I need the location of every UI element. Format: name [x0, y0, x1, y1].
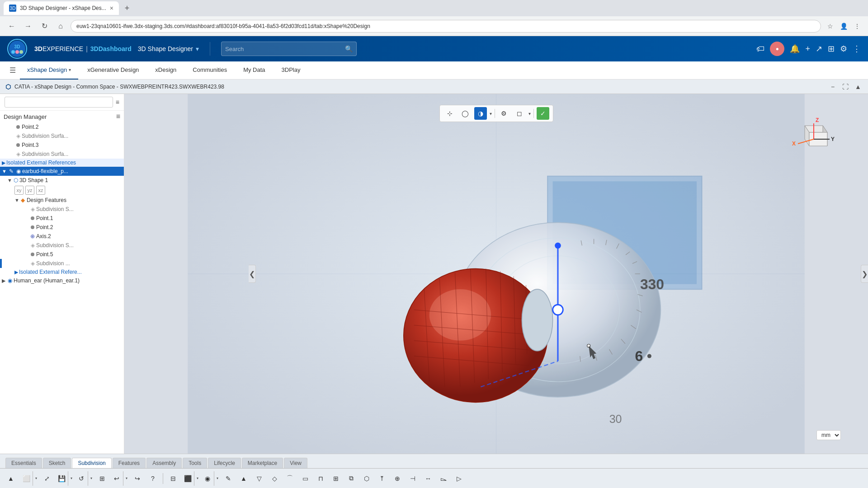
minimize-title-btn[interactable]: − — [828, 82, 837, 91]
toolbar-curve-btn[interactable]: ⌒ — [283, 471, 297, 486]
new-tab-button[interactable]: + — [121, 2, 133, 14]
add-icon[interactable]: + — [805, 44, 810, 54]
tree-item-isolated-inner[interactable]: ▶ Isolated External Refere... — [0, 268, 124, 276]
tab-close-button[interactable]: × — [110, 5, 113, 12]
toolbar-redo-btn[interactable]: ↪ — [130, 471, 145, 486]
tree-item-isolated-ext-ref[interactable]: ▶ Isolated External References — [0, 159, 124, 167]
toolbar-selector-btn[interactable]: ▷ — [452, 471, 466, 486]
vp-check-button[interactable]: ✓ — [537, 107, 549, 120]
3d-model-viewport[interactable]: 330 6 30 — [124, 94, 868, 454]
toolbar-box-dropdown[interactable]: ⬛ ▾ — [181, 471, 200, 486]
undo-dropdown-arrow[interactable]: ▾ — [123, 471, 129, 486]
tab-lifecycle[interactable]: Lifecycle — [208, 458, 241, 468]
tab-view[interactable]: View — [284, 458, 307, 468]
design-manager-options[interactable]: ≡ — [116, 113, 120, 121]
refresh-button[interactable]: ↻ — [38, 20, 51, 33]
tab-subdivision[interactable]: Subdivision — [72, 458, 111, 468]
network-icon[interactable]: ⊞ — [828, 44, 835, 54]
cube-icon[interactable]: ⬜ — [20, 471, 33, 486]
tree-item-point2[interactable]: Point.2 — [0, 122, 124, 131]
toolbar-grid2-btn[interactable]: ⊟ — [166, 471, 180, 486]
back-button[interactable]: ← — [5, 20, 18, 33]
nav-item-3dplay[interactable]: 3DPlay — [274, 61, 308, 80]
tools-icon[interactable]: ⚙ — [840, 44, 847, 54]
sphere-dropdown-arrow[interactable]: ▾ — [214, 471, 220, 486]
more-options-icon[interactable]: ⋮ — [853, 44, 861, 54]
toolbar-save-dropdown[interactable]: 💾 ▾ — [55, 471, 74, 486]
vp-display-chevron[interactable]: ▾ — [490, 111, 492, 116]
tree-item-subdiv-s1[interactable]: ◈ Subdivision S... — [0, 205, 124, 214]
tree-item-point2-inner[interactable]: Point.2 — [0, 223, 124, 232]
tree-item-design-features[interactable]: ▼ ◆ Design Features — [0, 196, 124, 205]
toolbar-sphere-dropdown[interactable]: ◉ ▾ — [201, 471, 220, 486]
sphere-icon[interactable]: ◉ — [201, 471, 214, 486]
vp-cursor-tool[interactable]: ⊹ — [443, 107, 456, 120]
toolbar-cube-dropdown[interactable]: ⬜ ▾ — [20, 471, 39, 486]
toolbar-box4-btn[interactable]: ⬡ — [359, 471, 374, 486]
tab-marketplace[interactable]: Marketplace — [242, 458, 283, 468]
sync-icon[interactable]: ↺ — [75, 471, 88, 486]
toolbar-sync-dropdown[interactable]: ↺ ▾ — [75, 471, 94, 486]
user-avatar[interactable]: ● — [770, 42, 784, 56]
vp-shape-chevron[interactable]: ▾ — [528, 111, 531, 116]
tree-item-axis2[interactable]: ⊕ Axis.2 — [0, 232, 124, 241]
toolbar-lasso-btn[interactable]: ⊓ — [313, 471, 328, 486]
nav-item-my-data[interactable]: My Data — [236, 61, 272, 80]
vp-settings-tool[interactable]: ⚙ — [498, 107, 510, 120]
expand-title-btn[interactable]: ▲ — [854, 82, 863, 91]
toolbar-box3-btn[interactable]: ⧉ — [344, 471, 359, 486]
profile-button[interactable]: 👤 — [838, 21, 849, 32]
toolbar-extrude-btn[interactable]: ⤒ — [375, 471, 389, 486]
tree-item-subdiv1[interactable]: ◈ Subdivision Surfa... — [0, 131, 124, 141]
tab-essentials[interactable]: Essentials — [5, 458, 42, 468]
tree-item-point3[interactable]: Point.3 — [0, 141, 124, 150]
tree-item-point5[interactable]: Point.5 — [0, 250, 124, 259]
address-bar[interactable]: euw1-23qna10601-ifwe.3dx-staging.3ds.com… — [71, 20, 821, 33]
tree-item-subdiv-s2[interactable]: ◈ Subdivision S... — [0, 241, 124, 250]
app-chevron[interactable]: ▾ — [196, 45, 199, 52]
save-icon[interactable]: 💾 — [55, 471, 68, 486]
search-box[interactable]: 🔍 — [221, 42, 357, 56]
hamburger-menu[interactable]: ☰ — [7, 65, 18, 76]
sidebar-search-input[interactable] — [5, 97, 113, 108]
toolbar-move-btn[interactable]: ⤢ — [40, 471, 54, 486]
sidebar-toggle[interactable]: ≡ — [116, 99, 119, 106]
tab-tools[interactable]: Tools — [183, 458, 207, 468]
tree-item-subdiv-active[interactable]: ◈ Subdivision ... — [0, 259, 124, 268]
box-dropdown-arrow[interactable]: ▾ — [194, 471, 200, 486]
tree-item-point1[interactable]: Point.1 — [0, 214, 124, 223]
notify-icon[interactable]: 🔔 — [790, 44, 800, 54]
undo-icon[interactable]: ↩ — [110, 471, 123, 486]
tag-icon[interactable]: 🏷 — [756, 44, 764, 54]
unit-select[interactable]: mm cm m in — [816, 430, 841, 440]
tree-item-earbud[interactable]: ▼ ✎ ◉ earbud-flexible_p... — [0, 167, 124, 176]
cube-dropdown-arrow[interactable]: ▾ — [33, 471, 39, 486]
nav-item-xshape-design[interactable]: xShape Design ▾ — [20, 61, 78, 80]
vp-display-tool[interactable]: ◑ — [474, 107, 487, 120]
toolbar-mirror-btn[interactable]: ⊣ — [406, 471, 420, 486]
yz-plane[interactable]: yz — [25, 186, 34, 195]
tree-item-3dshape1[interactable]: ▼ ⬡ 3D Shape 1 — [0, 176, 124, 185]
restore-title-btn[interactable]: ⛶ — [841, 82, 850, 91]
share-icon[interactable]: ↗ — [816, 44, 822, 54]
forward-button[interactable]: → — [22, 20, 34, 33]
sidebar-collapse-button[interactable]: ❮ — [249, 265, 256, 283]
nav-item-xgenerative-design[interactable]: xGenerative Design — [80, 61, 146, 80]
toolbar-expand-btn[interactable]: ▲ — [4, 471, 18, 486]
search-input[interactable] — [225, 46, 342, 52]
toolbar-connector-btn[interactable]: ⊕ — [390, 471, 405, 486]
xy-plane[interactable]: xy — [14, 186, 24, 195]
nav-item-xdesign[interactable]: xDesign — [148, 61, 184, 80]
toolbar-grid-btn[interactable]: ⊞ — [95, 471, 109, 486]
tab-features[interactable]: Features — [113, 458, 146, 468]
toolbar-box2-btn[interactable]: ⊞ — [329, 471, 343, 486]
search-icon[interactable]: 🔍 — [345, 45, 353, 52]
right-panel-collapse[interactable]: ❯ — [861, 265, 868, 283]
box-icon[interactable]: ⬛ — [181, 471, 194, 486]
toolbar-pen-btn[interactable]: ✎ — [221, 471, 236, 486]
nav-item-communities[interactable]: Communities — [185, 61, 234, 80]
tab-assembly[interactable]: Assembly — [146, 458, 182, 468]
vp-sphere-tool[interactable]: ◯ — [459, 107, 472, 120]
save-dropdown-arrow[interactable]: ▾ — [68, 471, 74, 486]
unit-selector[interactable]: mm cm m in — [816, 430, 841, 440]
